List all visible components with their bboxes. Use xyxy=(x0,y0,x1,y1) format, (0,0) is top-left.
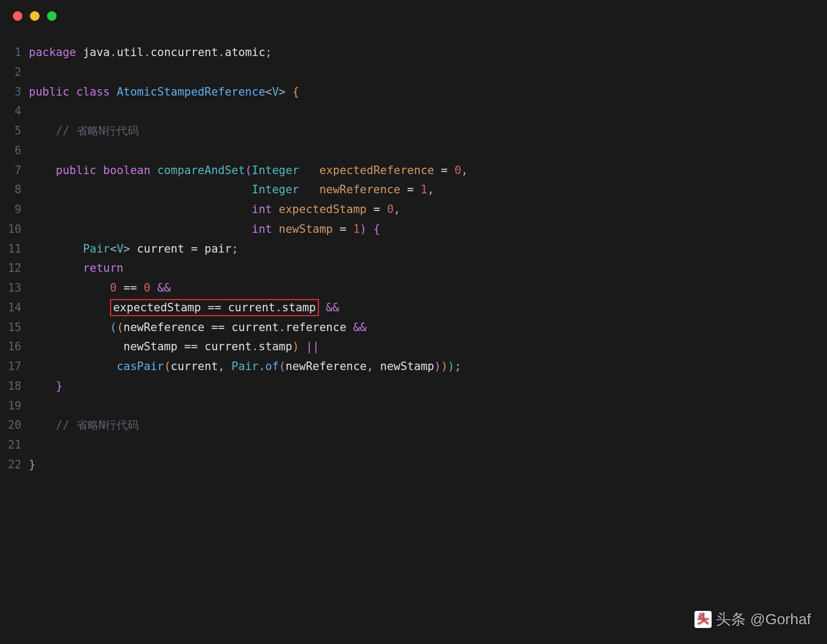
close-icon[interactable] xyxy=(13,11,22,21)
code-content[interactable]: public class AtomicStampedReference<V> { xyxy=(29,82,827,102)
code-line[interactable]: 19 xyxy=(0,396,827,416)
code-line[interactable]: 21 xyxy=(0,435,827,455)
line-number: 19 xyxy=(0,396,29,416)
line-number: 9 xyxy=(0,200,29,219)
line-number: 1 xyxy=(0,43,29,62)
line-number: 3 xyxy=(0,82,29,102)
line-number: 15 xyxy=(0,318,29,337)
code-line[interactable]: 10 int newStamp = 1) { xyxy=(0,219,827,239)
code-line[interactable]: 6 xyxy=(0,141,827,161)
code-line[interactable]: 13 0 == 0 && xyxy=(0,278,827,298)
code-line[interactable]: 17 casPair(current, Pair.of(newReference… xyxy=(0,357,827,376)
code-line[interactable]: 2 xyxy=(0,62,827,82)
code-content[interactable]: 0 == 0 && xyxy=(29,278,827,298)
code-line[interactable]: 3public class AtomicStampedReference<V> … xyxy=(0,82,827,102)
line-number: 20 xyxy=(0,415,29,435)
line-number: 21 xyxy=(0,435,29,455)
code-line[interactable]: 15 ((newReference == current.reference &… xyxy=(0,318,827,337)
line-number: 6 xyxy=(0,141,29,161)
code-content[interactable]: return xyxy=(29,258,827,278)
code-content[interactable]: } xyxy=(29,376,827,396)
code-content[interactable] xyxy=(29,435,827,455)
line-number: 4 xyxy=(0,101,29,121)
code-content[interactable]: public boolean compareAndSet(Integer exp… xyxy=(29,161,827,180)
code-content[interactable] xyxy=(29,141,827,161)
code-content[interactable]: Integer newReference = 1, xyxy=(29,180,827,200)
code-content[interactable]: } xyxy=(29,455,827,475)
code-line[interactable]: 20 // 省略N行代码 xyxy=(0,415,827,435)
code-content[interactable]: expectedStamp == current.stamp && xyxy=(29,298,827,318)
code-content[interactable]: // 省略N行代码 xyxy=(29,121,827,141)
code-content[interactable] xyxy=(29,396,827,416)
line-number: 5 xyxy=(0,121,29,141)
code-content[interactable] xyxy=(29,101,827,121)
code-line[interactable]: 5 // 省略N行代码 xyxy=(0,121,827,141)
watermark-handle: @Gorhaf xyxy=(750,606,811,632)
window-titlebar xyxy=(0,0,827,32)
toutiao-icon: 头 xyxy=(695,611,712,628)
line-number: 17 xyxy=(0,357,29,376)
code-line[interactable]: 14 expectedStamp == current.stamp && xyxy=(0,298,827,318)
code-content[interactable]: // 省略N行代码 xyxy=(29,415,827,435)
code-line[interactable]: 16 newStamp == current.stamp) || xyxy=(0,337,827,357)
line-number: 14 xyxy=(0,298,29,318)
code-line[interactable]: 22} xyxy=(0,455,827,475)
minimize-icon[interactable] xyxy=(30,11,40,21)
code-line[interactable]: 18 } xyxy=(0,376,827,396)
line-number: 12 xyxy=(0,258,29,278)
code-line[interactable]: 8 Integer newReference = 1, xyxy=(0,180,827,200)
code-content[interactable]: int newStamp = 1) { xyxy=(29,219,827,239)
line-number: 13 xyxy=(0,278,29,298)
line-number: 10 xyxy=(0,219,29,239)
code-line[interactable]: 9 int expectedStamp = 0, xyxy=(0,200,827,219)
code-content[interactable]: casPair(current, Pair.of(newReference, n… xyxy=(29,357,827,376)
code-line[interactable]: 12 return xyxy=(0,258,827,278)
code-line[interactable]: 11 Pair<V> current = pair; xyxy=(0,239,827,259)
code-content[interactable]: ((newReference == current.reference && xyxy=(29,318,827,337)
code-line[interactable]: 4 xyxy=(0,101,827,121)
code-line[interactable]: 1package java.util.concurrent.atomic; xyxy=(0,43,827,62)
line-number: 18 xyxy=(0,376,29,396)
line-number: 2 xyxy=(0,62,29,82)
line-number: 16 xyxy=(0,337,29,357)
code-content[interactable]: package java.util.concurrent.atomic; xyxy=(29,43,827,62)
highlight-box: expectedStamp == current.stamp xyxy=(110,299,319,316)
code-content[interactable]: Pair<V> current = pair; xyxy=(29,239,827,259)
zoom-icon[interactable] xyxy=(47,11,57,21)
watermark-prefix: 头条 xyxy=(716,606,746,632)
line-number: 11 xyxy=(0,239,29,259)
code-content[interactable]: int expectedStamp = 0, xyxy=(29,200,827,219)
code-line[interactable]: 7 public boolean compareAndSet(Integer e… xyxy=(0,161,827,180)
line-number: 22 xyxy=(0,455,29,475)
line-number: 8 xyxy=(0,180,29,200)
code-content[interactable] xyxy=(29,62,827,82)
code-content[interactable]: newStamp == current.stamp) || xyxy=(29,337,827,357)
watermark: 头 头条 @Gorhaf xyxy=(695,606,811,632)
code-editor[interactable]: 1package java.util.concurrent.atomic;23p… xyxy=(0,32,827,475)
line-number: 7 xyxy=(0,161,29,180)
